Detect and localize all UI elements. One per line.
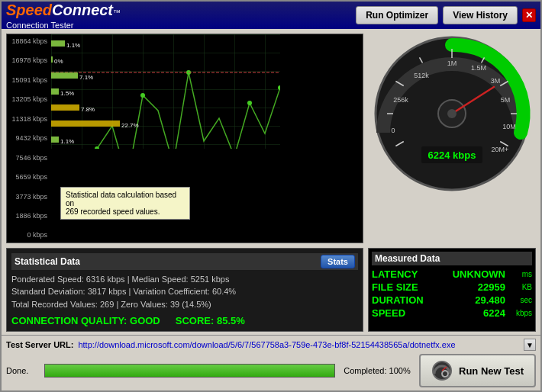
chart-label-0: 18864 kbps bbox=[8, 37, 50, 45]
latency-label: LATENCY bbox=[372, 268, 433, 280]
svg-rect-20 bbox=[51, 120, 120, 127]
svg-text:20M+: 20M+ bbox=[492, 146, 509, 153]
svg-point-4 bbox=[140, 93, 145, 98]
chart-label-10: 0 kbps bbox=[8, 231, 50, 239]
url-value: http://download.microsoft.com/download/5… bbox=[78, 340, 519, 349]
svg-text:10M: 10M bbox=[502, 123, 516, 130]
svg-rect-22 bbox=[51, 137, 59, 143]
svg-text:0: 0 bbox=[391, 127, 395, 134]
svg-text:1.1%: 1.1% bbox=[66, 42, 80, 49]
chart-label-5: 9432 kbps bbox=[8, 134, 50, 142]
svg-rect-12 bbox=[51, 56, 53, 63]
progress-row: Done. Completed: 100% Run New Test bbox=[6, 354, 536, 387]
duration-label: DURATION bbox=[372, 294, 433, 306]
speed-value: 6224 bbox=[433, 307, 505, 319]
stat-text: Ponderated Speed: 6316 kbps | Median Spe… bbox=[11, 273, 358, 311]
svg-text:7.1%: 7.1% bbox=[79, 74, 93, 81]
svg-rect-10 bbox=[51, 40, 65, 47]
svg-text:0%: 0% bbox=[54, 58, 63, 65]
run-optimizer-button[interactable]: Run Optimizer bbox=[356, 6, 438, 24]
url-row: Test Server URL: http://download.microso… bbox=[6, 339, 536, 351]
svg-text:256k: 256k bbox=[393, 96, 408, 104]
title-speed: Speed bbox=[6, 2, 52, 19]
svg-text:1.1%: 1.1% bbox=[60, 138, 74, 145]
measured-data-panel: Measured Data LATENCY UNKNOWN ms FILE SI… bbox=[368, 248, 536, 333]
speed-label: SPEED bbox=[372, 307, 433, 319]
svg-text:1M: 1M bbox=[447, 59, 457, 67]
svg-rect-14 bbox=[51, 72, 78, 79]
svg-text:1.5M: 1.5M bbox=[471, 64, 486, 72]
measure-row-duration: DURATION 29.480 sec bbox=[372, 294, 532, 306]
progress-bar-fill bbox=[45, 365, 334, 377]
filesize-unit: KB bbox=[505, 283, 532, 291]
measure-row-filesize: FILE SIZE 22959 KB bbox=[372, 281, 532, 293]
speed-unit: kbps bbox=[505, 309, 532, 317]
latency-value: UNKNOWN bbox=[433, 268, 505, 280]
svg-text:3M: 3M bbox=[491, 77, 501, 85]
statistical-data-title: Statistical Data Stats bbox=[11, 253, 358, 270]
latency-unit: ms bbox=[505, 270, 532, 278]
run-new-test-label: Run New Test bbox=[459, 365, 524, 377]
title-logo: SpeedConnect™ bbox=[6, 2, 121, 19]
chart-label-7: 5659 kbps bbox=[8, 173, 50, 181]
measure-row-speed: SPEED 6224 kbps bbox=[372, 307, 532, 319]
run-new-test-button[interactable]: Run New Test bbox=[419, 354, 536, 387]
svg-rect-18 bbox=[51, 104, 79, 111]
progress-bar bbox=[44, 364, 335, 378]
chart-area: 18864 kbps 16978 kbps 15091 kbps 13205 k… bbox=[6, 34, 363, 243]
connection-quality: CONNECTION QUALITY: GOOD bbox=[11, 315, 160, 326]
speedometer-icon bbox=[431, 360, 453, 381]
svg-rect-16 bbox=[51, 88, 59, 95]
svg-text:22.7%: 22.7% bbox=[121, 122, 139, 129]
filesize-value: 22959 bbox=[433, 281, 505, 293]
completed-text: Completed: 100% bbox=[343, 366, 411, 375]
gauge-svg: 0 256k 512k 1M 1.5M 3M 5M 10M 20M+ 6224 … bbox=[372, 34, 532, 194]
svg-rect-0 bbox=[51, 34, 280, 149]
logo: SpeedConnect™ Connection Tester bbox=[6, 2, 121, 30]
chart-stats-box: Statistical data calculation based on 26… bbox=[60, 187, 190, 220]
svg-point-53 bbox=[447, 109, 457, 118]
title-buttons: Run Optimizer View History ✕ bbox=[356, 6, 536, 24]
chart-label-3: 13205 kbps bbox=[8, 95, 50, 103]
statistical-data-label: Statistical Data bbox=[15, 256, 80, 267]
stat-line2: Standard Deviation: 3817 kbps | Variatio… bbox=[11, 285, 358, 298]
filesize-label: FILE SIZE bbox=[372, 281, 433, 293]
svg-text:5M: 5M bbox=[501, 96, 511, 104]
svg-text:512k: 512k bbox=[414, 72, 429, 79]
statistical-data-panel: Statistical Data Stats Ponderated Speed:… bbox=[6, 248, 363, 333]
title-tm: ™ bbox=[113, 8, 121, 17]
chart-stats-line2: 269 recorded speed values. bbox=[66, 207, 185, 216]
main-content: 18864 kbps 16978 kbps 15091 kbps 13205 k… bbox=[2, 29, 540, 248]
chart-label-9: 1886 kbps bbox=[8, 212, 50, 220]
stat-line1: Ponderated Speed: 6316 kbps | Median Spe… bbox=[11, 273, 358, 286]
chart-labels: 18864 kbps 16978 kbps 15091 kbps 13205 k… bbox=[7, 34, 51, 243]
chart-stats-line1: Statistical data calculation based on bbox=[66, 191, 185, 207]
svg-text:1.5%: 1.5% bbox=[60, 90, 74, 97]
stat-line3: Total Recorded Values: 269 | Zero Values… bbox=[11, 298, 358, 311]
app-subtitle: Connection Tester bbox=[6, 21, 121, 30]
url-dropdown-button[interactable]: ▼ bbox=[524, 339, 536, 351]
chart-svg: 1.1% 0% 7.1% 1.5% 7.8% 22.7% 1.1% bbox=[51, 34, 280, 149]
close-button[interactable]: ✕ bbox=[522, 8, 536, 22]
chart-label-6: 7546 kbps bbox=[8, 154, 50, 162]
chart-label-4: 11318 kbps bbox=[8, 115, 50, 123]
duration-value: 29.480 bbox=[433, 294, 505, 306]
stats-section: Statistical Data Stats Ponderated Speed:… bbox=[2, 248, 540, 336]
chart-label-2: 15091 kbps bbox=[8, 76, 50, 84]
app-window: SpeedConnect™ Connection Tester Run Opti… bbox=[0, 0, 542, 392]
stats-button[interactable]: Stats bbox=[321, 255, 355, 268]
status-text: Done. bbox=[6, 366, 37, 375]
url-label: Test Server URL: bbox=[6, 340, 73, 349]
svg-text:6224 kbps: 6224 kbps bbox=[428, 149, 476, 161]
speedometer: 0 256k 512k 1M 1.5M 3M 5M 10M 20M+ 6224 … bbox=[368, 34, 536, 243]
view-history-button[interactable]: View History bbox=[443, 6, 518, 24]
title-connect: Connect bbox=[52, 2, 113, 19]
quality-line: CONNECTION QUALITY: GOOD SCORE: 85.5% bbox=[11, 315, 358, 326]
measured-data-title: Measured Data bbox=[372, 252, 532, 265]
measure-row-latency: LATENCY UNKNOWN ms bbox=[372, 268, 532, 280]
bottom-section: Test Server URL: http://download.microso… bbox=[2, 335, 540, 390]
score: SCORE: 85.5% bbox=[176, 315, 245, 326]
svg-point-6 bbox=[247, 101, 252, 105]
chart-label-1: 16978 kbps bbox=[8, 56, 50, 64]
svg-text:7.8%: 7.8% bbox=[81, 106, 95, 113]
